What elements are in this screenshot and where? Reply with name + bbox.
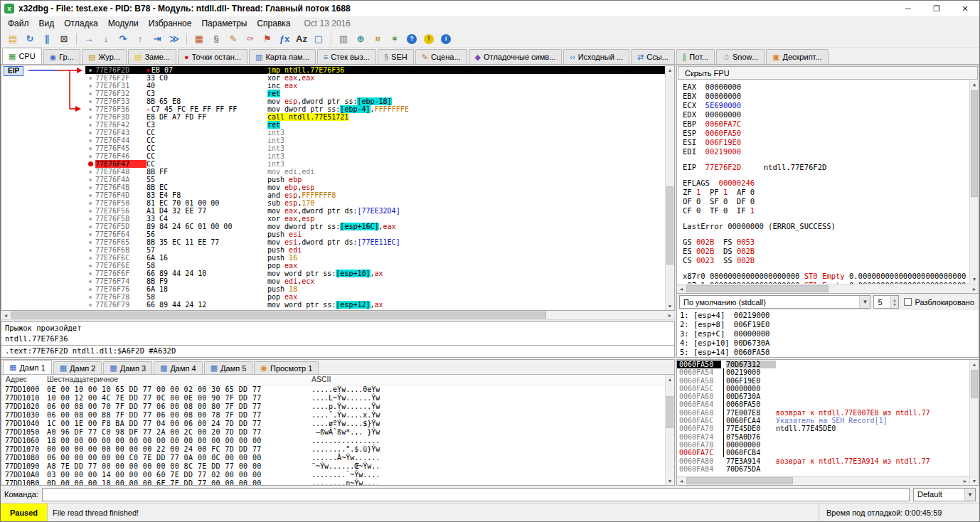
menu-item-debug[interactable]: Отладка	[59, 17, 102, 30]
instruction-dot[interactable]	[85, 186, 95, 189]
menu-item-modules[interactable]: Модули	[103, 17, 144, 30]
chevron-down-icon[interactable]: ▼	[964, 489, 975, 501]
disasm-row[interactable]: 77E76F56A1 D4 32 EE 77mov eax,dword ptr …	[85, 207, 665, 215]
minimize-button[interactable]: ─	[894, 1, 922, 16]
register-line[interactable]: EDX 00000000	[683, 110, 969, 119]
instruction-dot[interactable]	[85, 233, 95, 236]
menu-item-view[interactable]: Вид	[34, 17, 60, 30]
register-line[interactable]: ESP 0060FA50	[683, 129, 969, 138]
menu-item-options[interactable]: Параметры	[196, 17, 252, 30]
stack-row[interactable]: 0060FA8470D675DA	[677, 465, 969, 473]
stack-rows[interactable]: 0060FA5070D673120060FA54002190000060FA58…	[677, 360, 969, 476]
unlocked-checkbox[interactable]: Разблокировано	[902, 298, 976, 307]
scroll-right-arrow-icon[interactable]: ►	[666, 311, 674, 319]
stack-vertical-scrollbar[interactable]: ▲ ▼	[969, 360, 979, 485]
run-to-user-code-button[interactable]: ⇥	[149, 31, 166, 46]
disasm-row[interactable]: 77E76F32C3ret	[85, 90, 665, 97]
register-line[interactable]: x87r0 00000000000000000000 ST0 Empty 0.0…	[683, 272, 969, 281]
tab-snowman[interactable]: ☃Snow...	[716, 49, 765, 64]
instruction-dot[interactable]	[85, 202, 95, 205]
stack-horizontal-scrollbar[interactable]: ◄ ►	[677, 476, 969, 485]
tab-notes[interactable]: ▤Заме...	[128, 49, 176, 64]
register-line[interactable]: EAX 00000000	[683, 82, 969, 92]
register-line[interactable]: ZF 1 PF 1 AF 0	[683, 188, 969, 197]
register-line[interactable]: CS 0023 SS 002B	[683, 256, 969, 265]
instruction-dot[interactable]	[85, 218, 95, 220]
scroll-down-arrow-icon[interactable]: ▼	[970, 275, 979, 284]
disasm-row[interactable]: 77E76F47CCint3	[85, 160, 665, 168]
register-line[interactable]	[683, 265, 969, 272]
instruction-dot[interactable]	[85, 210, 95, 213]
tab-breakpoints[interactable]: ●Точки остан...	[178, 49, 247, 64]
disasm-row[interactable]: 77E76F46CCint3	[85, 152, 665, 160]
scrollbar-thumb[interactable]	[971, 370, 978, 398]
scrollbar-thumb[interactable]	[11, 311, 546, 319]
instruction-dot[interactable]	[85, 155, 95, 158]
register-line[interactable]	[683, 156, 969, 163]
scroll-up-arrow-icon[interactable]: ▲	[970, 80, 979, 89]
register-line[interactable]: EBX 00000000	[683, 92, 969, 101]
disasm-row[interactable]: 77E76F44CCint3	[85, 137, 665, 144]
disasm-row[interactable]: 77E76F3140inc eax	[85, 82, 665, 90]
register-line[interactable]: EFLAGS 00000246	[683, 179, 969, 188]
dump-row[interactable]: 77DD106018 00 00 00 00 00 00 00 00 00 00…	[1, 437, 674, 445]
disasm-row[interactable]: 77E76F6456push esi	[85, 230, 665, 238]
stack-row[interactable]: 0060FA8077E3A914возврат к ntdll.77E3A914…	[677, 457, 969, 465]
bug-report-button[interactable]: ✶	[386, 31, 403, 46]
register-line[interactable]: GS 002B FS 0053	[683, 238, 969, 247]
hide-fpu-button[interactable]: Скрыть FPU	[678, 66, 978, 80]
instruction-dot[interactable]	[85, 249, 95, 252]
tab-source[interactable]: ‹›Исходный ...	[563, 49, 629, 64]
argument-row[interactable]: 1: [esp+4] 00219000	[677, 311, 979, 320]
disasm-row[interactable]: 77E76F658B 35 EC 11 EE 77mov esi,dword p…	[85, 238, 665, 246]
dump-row[interactable]: 77DD108006 00 00 00 00 00 C0 7E DD 77 0A…	[1, 454, 674, 462]
tab-log[interactable]: ▤Жур...	[82, 49, 127, 64]
register-line[interactable]	[683, 172, 969, 179]
instruction-dot[interactable]	[85, 147, 95, 150]
pause-button[interactable]: ∥	[38, 31, 55, 46]
instruction-dot[interactable]	[85, 257, 95, 260]
run-button[interactable]: →	[80, 31, 97, 46]
instruction-dot[interactable]	[85, 272, 95, 275]
scroll-left-arrow-icon[interactable]: ◄	[1, 311, 10, 319]
tab-threads[interactable]: ∥Пот...	[676, 49, 715, 64]
register-line[interactable]: LastError 00000000 (ERROR_SUCCESS)	[683, 222, 969, 231]
argument-row[interactable]: 2: [esp+8] 006F19E0	[677, 320, 979, 329]
chevron-down-icon[interactable]: ▼	[859, 296, 870, 308]
about-info-button[interactable]: i	[437, 31, 454, 46]
dump-row[interactable]: 77DD102006 00 08 00 70 7F DD 77 06 00 08…	[1, 403, 674, 411]
stack-row[interactable]: 0060FA6877E007E8возврат к ntdll.77E007E8…	[677, 409, 969, 417]
instruction-dot[interactable]	[85, 171, 95, 174]
disasm-row[interactable]: 77E76F36→C7 45 FC FE FF FF FFmov dword p…	[85, 105, 665, 113]
instruction-dot[interactable]	[85, 100, 95, 103]
disasm-row[interactable]: 77E76F4D83 E4 F8and esp,FFFFFFF8	[85, 191, 665, 199]
restart-button[interactable]: ↻	[21, 31, 38, 46]
register-line[interactable]: EDI 00219000	[683, 147, 969, 156]
register-line[interactable]: EBP 0060FA7C	[683, 119, 969, 129]
tab-dump-5[interactable]: ▦Дамп 5	[204, 361, 253, 374]
dump-row[interactable]: 77DD1050A0 96 DF 77 C0 98 DF 77 2A 00 2C…	[1, 428, 674, 437]
dump-row[interactable]: 77DD1090A8 7E DD 77 00 00 00 00 00 00 8C…	[1, 462, 674, 471]
scrollbar-thumb[interactable]	[971, 90, 978, 197]
disasm-row[interactable]: 77E76F42C3ret	[85, 121, 665, 129]
disasm-row[interactable]: 77E76F338B 65 E8mov esp,dword ptr ss:[eb…	[85, 97, 665, 105]
step-over-button[interactable]: ↷	[114, 31, 132, 46]
disasm-row[interactable]: 77E76F4B8B ECmov ebp,esp	[85, 183, 665, 191]
argument-row[interactable]: 3: [esp+C] 00000000	[677, 329, 979, 339]
instruction-dot[interactable]	[85, 77, 95, 80]
argument-row[interactable]: 4: [esp+10] 00D6730A	[677, 339, 979, 348]
scroll-left-arrow-icon[interactable]: ◄	[677, 476, 686, 485]
browser-globe-button[interactable]: ⊕	[352, 31, 369, 46]
window-dialog-button[interactable]: ▢	[310, 31, 327, 46]
scroll-up-arrow-icon[interactable]: ▲	[970, 360, 979, 368]
tab-dump-1[interactable]: ▦Дамп 1	[3, 360, 52, 374]
close-button[interactable]: ✕	[951, 1, 979, 16]
instruction-dot[interactable]	[85, 69, 95, 72]
comment-edit-button[interactable]: ✎	[225, 31, 242, 46]
open-file-button[interactable]: ▤	[4, 31, 21, 46]
disassembly-vertical-scrollbar[interactable]: ▲ ▼	[665, 65, 674, 310]
stack-row[interactable]: 0060FA7077E45DE0ntdll.77E45DE0	[677, 425, 969, 432]
inject-button[interactable]: ✑	[242, 31, 259, 46]
scrollbar-thumb[interactable]	[686, 285, 829, 292]
register-line[interactable]: ESI 006F19E0	[683, 138, 969, 147]
